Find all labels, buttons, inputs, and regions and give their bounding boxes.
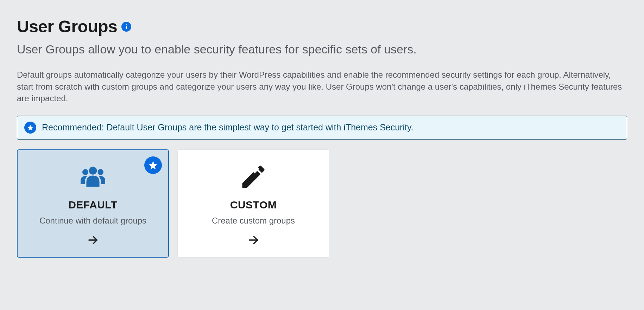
option-card-default[interactable]: DEFAULT Continue with default groups — [17, 149, 169, 258]
svg-point-1 — [82, 169, 88, 175]
page-description: Default groups automatically categorize … — [17, 69, 626, 104]
option-default-desc: Continue with default groups — [39, 216, 146, 226]
option-card-custom[interactable]: CUSTOM Create custom groups — [177, 149, 329, 258]
users-icon — [78, 161, 108, 193]
svg-point-2 — [97, 169, 103, 175]
option-cards: DEFAULT Continue with default groups CUS… — [17, 149, 627, 258]
recommendation-banner: Recommended: Default User Groups are the… — [17, 116, 627, 140]
option-default-title: DEFAULT — [68, 199, 118, 211]
page-subtitle: User Groups allow you to enable security… — [17, 43, 627, 56]
recommendation-text: Recommended: Default User Groups are the… — [42, 122, 413, 133]
recommended-star-icon — [144, 156, 162, 174]
option-custom-title: CUSTOM — [230, 199, 277, 211]
star-icon — [24, 122, 36, 134]
arrow-right-icon — [87, 234, 99, 246]
info-icon[interactable]: i — [121, 22, 131, 32]
arrow-right-icon — [247, 234, 259, 246]
page-title: User Groups — [17, 17, 117, 36]
pencil-icon — [239, 161, 268, 193]
svg-point-0 — [89, 167, 97, 174]
option-custom-desc: Create custom groups — [212, 216, 295, 226]
